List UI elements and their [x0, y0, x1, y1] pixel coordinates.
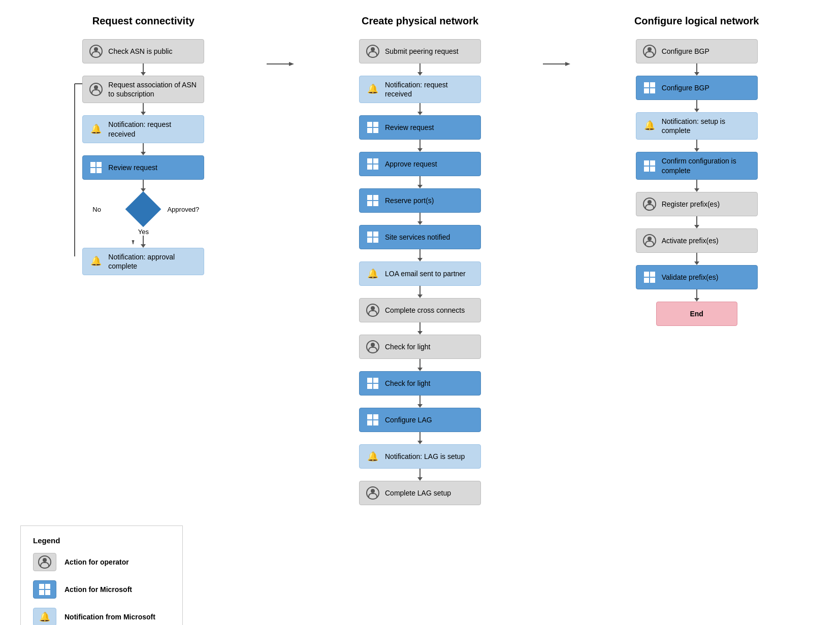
arrow — [417, 432, 423, 444]
person-icon — [89, 44, 103, 58]
c2-configure-lag: Configure LAG — [359, 408, 481, 432]
c3-end: End — [656, 302, 737, 326]
c3-register-prefix: Register prefix(es) — [636, 192, 758, 216]
arrow — [694, 140, 699, 152]
windows-icon — [642, 270, 657, 284]
arrow — [694, 100, 699, 112]
no-label: No — [92, 205, 101, 213]
c1-notification-approval: 🔔 Notification: approval complete — [82, 248, 204, 275]
person-icon — [366, 486, 380, 500]
legend-gray-box — [33, 553, 56, 571]
arrow — [694, 216, 699, 228]
c2-check-light-2: Check for light — [359, 371, 481, 396]
arrow — [694, 180, 699, 192]
arrow — [694, 253, 699, 265]
col2-col3-connector — [543, 59, 573, 69]
svg-marker-3 — [289, 62, 294, 66]
person-icon — [366, 44, 380, 58]
legend-blue-box — [33, 580, 56, 599]
c1-notification-received: 🔔 Notification: request received — [82, 115, 204, 143]
col3-title: Configure logical network — [634, 15, 759, 27]
arrow — [417, 322, 423, 335]
arrow — [417, 286, 423, 298]
legend-lightblue-box: 🔔 — [33, 608, 56, 625]
c2-submit-peering: Submit peering request — [359, 39, 481, 63]
svg-marker-5 — [565, 62, 570, 66]
yes-label: Yes — [138, 228, 149, 236]
c2-loa-email: 🔔 LOA email sent to partner — [359, 261, 481, 286]
c1-check-asn: Check ASN is public — [82, 39, 204, 63]
c3-validate-prefix: Validate prefix(es) — [636, 265, 758, 289]
arrow — [141, 103, 146, 115]
arrow — [417, 359, 423, 371]
approved-label: Approved? — [167, 205, 199, 213]
c2-review-request: Review request — [359, 115, 481, 140]
legend-item-notification: 🔔 Notification from Microsoft — [33, 608, 170, 625]
arrow — [417, 213, 423, 225]
arrow — [694, 289, 699, 302]
legend-microsoft-label: Action for Microsoft — [64, 585, 132, 594]
legend-operator-label: Action for operator — [64, 558, 129, 566]
windows-icon — [366, 193, 380, 208]
windows-icon — [642, 81, 657, 95]
legend-item-microsoft: Action for Microsoft — [33, 580, 170, 599]
bell-icon: 🔔 — [366, 449, 380, 464]
windows-icon — [642, 159, 657, 173]
c3-confirm-config: Confirm configuration is complete — [636, 152, 758, 179]
c2-approve-request: Approve request — [359, 152, 481, 176]
c2-check-light-1: Check for light — [359, 335, 481, 359]
c3-configure-bgp-ms: Configure BGP — [636, 76, 758, 100]
bell-icon: 🔔 — [89, 254, 103, 269]
person-icon — [366, 303, 380, 317]
c2-complete-cross: Complete cross connects — [359, 298, 481, 322]
person-icon — [89, 82, 103, 96]
col2-title: Create physical network — [362, 15, 478, 27]
arrow — [141, 180, 146, 192]
windows-icon — [366, 230, 380, 244]
bell-icon: 🔔 — [366, 82, 380, 96]
bell-icon: 🔔 — [89, 122, 103, 137]
arrow — [417, 396, 423, 408]
arrow — [417, 176, 423, 188]
arrow — [417, 63, 423, 76]
windows-icon — [366, 120, 380, 135]
c3-notification-setup: 🔔 Notification: setup is complete — [636, 112, 758, 140]
person-icon — [366, 340, 380, 354]
arrow — [417, 469, 423, 481]
c2-notification-received: 🔔 Notification: request received — [359, 76, 481, 103]
c2-reserve-ports: Reserve port(s) — [359, 188, 481, 213]
approved-diamond: No Approved? Yes — [82, 194, 204, 224]
windows-icon — [366, 157, 380, 171]
c2-notification-lag: 🔔 Notification: LAG is setup — [359, 444, 481, 469]
c2-complete-lag: Complete LAG setup — [359, 481, 481, 505]
person-icon — [642, 44, 657, 58]
legend-notification-label: Notification from Microsoft — [64, 613, 155, 621]
arrow — [141, 236, 146, 248]
windows-icon — [89, 160, 103, 175]
bell-icon: 🔔 — [642, 119, 657, 133]
col1-title: Request connectivity — [92, 15, 195, 27]
c3-activate-prefix: Activate prefix(es) — [636, 228, 758, 253]
arrow — [141, 63, 146, 76]
loop-back-arrow — [67, 84, 82, 256]
legend-title: Legend — [33, 536, 170, 545]
arrow — [141, 143, 146, 155]
legend-item-operator: Action for operator — [33, 553, 170, 571]
bell-icon: 🔔 — [366, 267, 380, 281]
person-icon — [642, 197, 657, 211]
arrow — [417, 249, 423, 261]
c1-review-request: Review request — [82, 155, 204, 180]
arrow — [417, 103, 423, 115]
windows-icon — [366, 376, 380, 390]
windows-icon — [366, 413, 380, 427]
c3-configure-bgp-person: Configure BGP — [636, 39, 758, 63]
arrow — [417, 140, 423, 152]
col1-col2-connector — [267, 59, 297, 69]
legend: Legend Action for operator Action for Mi… — [20, 525, 183, 625]
person-icon — [642, 234, 657, 248]
arrow — [694, 63, 699, 76]
c1-request-assoc: Request association of ASN to subscripti… — [82, 76, 204, 103]
c2-site-services: Site services notified — [359, 225, 481, 249]
